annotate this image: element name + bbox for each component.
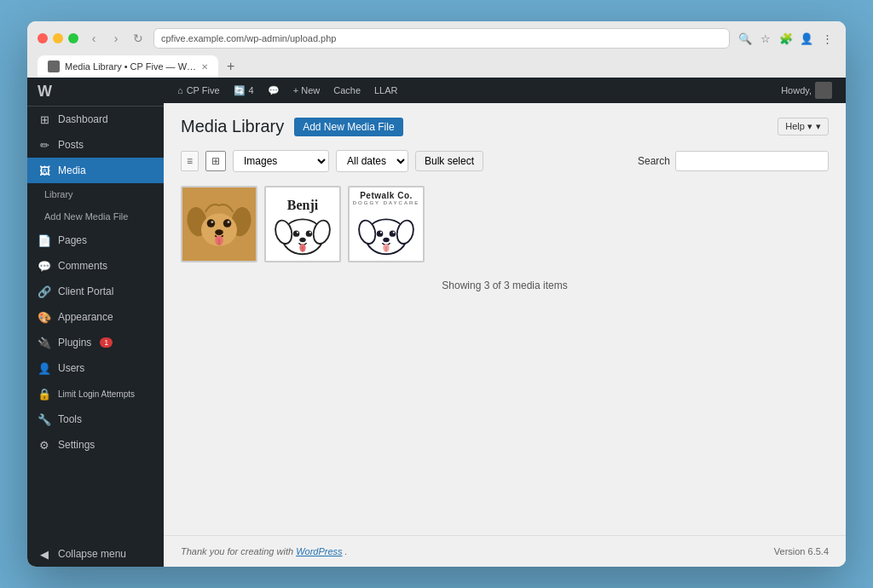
- comments-icon: 💬: [38, 259, 51, 273]
- browser-actions: 🔍 ☆ 🧩 👤 ⋮: [737, 30, 835, 47]
- svg-point-27: [380, 232, 382, 233]
- add-new-button[interactable]: Add New Media File: [294, 118, 402, 136]
- svg-point-28: [393, 232, 395, 233]
- sidebar-item-collapse[interactable]: ◀ Collapse menu: [27, 541, 164, 567]
- svg-point-18: [309, 232, 311, 233]
- settings-icon: ⚙: [38, 438, 51, 452]
- media-item-dog-photo[interactable]: [181, 186, 257, 262]
- search-input[interactable]: [675, 151, 829, 171]
- svg-point-5: [207, 219, 216, 228]
- dog-photo-svg: [182, 186, 256, 262]
- sidebar-item-pages[interactable]: 📄 Pages: [27, 228, 164, 253]
- sidebar-label-posts: Posts: [58, 139, 84, 151]
- tab-title: Media Library • CP Five — W…: [65, 61, 196, 72]
- petwalk-title: Petwalk Co.: [360, 191, 413, 200]
- svg-point-15: [293, 230, 299, 236]
- dashboard-icon: ⊞: [38, 112, 51, 126]
- profile-icon[interactable]: 👤: [798, 30, 815, 47]
- help-dropdown-icon: ▾: [816, 121, 821, 132]
- pages-icon: 📄: [38, 233, 51, 247]
- sidebar-item-limit-login[interactable]: 🔒 Limit Login Attempts: [27, 381, 164, 406]
- help-area: Help ▾ ▾: [778, 118, 829, 135]
- footer-wp-link[interactable]: WordPress: [296, 546, 342, 556]
- site-icon: ⌂: [177, 85, 183, 95]
- help-button[interactable]: Help ▾ ▾: [778, 118, 829, 135]
- filter-type-select[interactable]: Images All media files Audio Video: [233, 150, 329, 172]
- sidebar-item-posts[interactable]: ✏ Posts: [27, 132, 164, 158]
- sidebar-item-comments[interactable]: 💬 Comments: [27, 253, 164, 279]
- bookmark-icon[interactable]: ☆: [757, 30, 774, 47]
- benji-logo-svg: [269, 213, 337, 257]
- sidebar-label-collapse: Collapse menu: [58, 548, 126, 560]
- new-tab-button[interactable]: +: [220, 55, 241, 78]
- address-bar[interactable]: cpfive.example.com/wp-admin/upload.php: [153, 28, 730, 49]
- grid-view-icon: ⊞: [211, 155, 220, 167]
- forward-button[interactable]: ›: [107, 30, 124, 47]
- sidebar-label-library: Library: [44, 189, 73, 199]
- traffic-lights: [38, 33, 78, 43]
- svg-point-19: [299, 238, 305, 243]
- plugins-icon: 🔌: [38, 336, 51, 349]
- sidebar-item-settings[interactable]: ⚙ Settings: [27, 432, 164, 458]
- petwalk-card: Petwalk Co. DOGGY DAYCARE: [350, 187, 423, 261]
- media-toolbar: ≡ ⊞ Images All media files Audio Video: [181, 150, 829, 172]
- admin-bar-updates[interactable]: 🔄 4: [227, 78, 261, 103]
- admin-bar-cache[interactable]: Cache: [327, 78, 367, 103]
- footer-thank-you: Thank you for creating with: [181, 546, 296, 556]
- admin-bar-new[interactable]: + New: [286, 78, 327, 103]
- showing-text: Showing 3 of 3 media items: [442, 280, 567, 291]
- page-header: Media Library Add New Media File Help ▾ …: [181, 117, 829, 136]
- admin-bar-site[interactable]: ⌂ CP Five: [171, 78, 227, 103]
- sidebar-item-add-new-media[interactable]: Add New Media File: [27, 205, 164, 228]
- svg-point-6: [223, 219, 232, 228]
- refresh-button[interactable]: ↻: [130, 30, 147, 47]
- media-icon: 🖼: [38, 164, 51, 177]
- user-avatar: [815, 82, 832, 99]
- sidebar-item-client-portal[interactable]: 🔗 Client Portal: [27, 279, 164, 304]
- limit-login-icon: 🔒: [38, 387, 51, 401]
- search-label: Search: [638, 155, 670, 167]
- media-item-benji[interactable]: Benji: [264, 186, 341, 262]
- close-traffic-light[interactable]: [38, 33, 48, 43]
- browser-controls: ‹ › ↻ cpfive.example.com/wp-admin/upload…: [38, 28, 835, 49]
- grid-view-button[interactable]: ⊞: [205, 151, 226, 171]
- list-view-button[interactable]: ≡: [181, 151, 199, 171]
- sidebar-label-users: Users: [58, 362, 84, 374]
- back-button[interactable]: ‹: [85, 30, 102, 47]
- bulk-select-button[interactable]: Bulk select: [415, 151, 483, 171]
- media-grid: Benji: [181, 186, 829, 262]
- sidebar-item-library[interactable]: Library: [27, 183, 164, 205]
- menu-icon[interactable]: ⋮: [818, 30, 835, 47]
- zoom-icon[interactable]: 🔍: [737, 30, 754, 47]
- sidebar-item-tools[interactable]: 🔧 Tools: [27, 406, 164, 432]
- admin-bar-comments[interactable]: 💬: [261, 78, 286, 103]
- sidebar-item-dashboard[interactable]: ⊞ Dashboard: [27, 107, 164, 132]
- admin-bar-llar[interactable]: LLAR: [367, 78, 405, 103]
- sidebar-item-appearance[interactable]: 🎨 Appearance: [27, 304, 164, 330]
- minimize-traffic-light[interactable]: [53, 33, 63, 43]
- active-tab[interactable]: Media Library • CP Five — W… ✕: [38, 55, 218, 78]
- sidebar-label-tools: Tools: [58, 413, 82, 425]
- browser-nav: ‹ › ↻: [85, 30, 147, 47]
- sidebar-item-users[interactable]: 👤 Users: [27, 355, 164, 381]
- extension-icon[interactable]: 🧩: [778, 30, 795, 47]
- admin-bar-right: Howdy,: [774, 78, 839, 103]
- admin-bar-howdy[interactable]: Howdy,: [774, 78, 839, 103]
- users-icon: 👤: [38, 361, 51, 375]
- sidebar-wp-logo[interactable]: W: [27, 78, 164, 107]
- sidebar-item-plugins[interactable]: 🔌 Plugins 1: [27, 330, 164, 355]
- svg-point-16: [306, 230, 312, 236]
- petwalk-subtitle: DOGGY DAYCARE: [353, 200, 419, 205]
- page-footer: Thank you for creating with WordPress . …: [164, 535, 846, 567]
- maximize-traffic-light[interactable]: [68, 33, 78, 43]
- sidebar-item-media[interactable]: 🖼 Media: [27, 158, 164, 183]
- admin-bar: ⌂ CP Five 🔄 4 💬 + New Cache LLAR: [164, 78, 846, 103]
- filter-date-select[interactable]: All dates: [336, 150, 408, 172]
- help-label: Help ▾: [785, 121, 812, 132]
- media-item-petwalk[interactable]: Petwalk Co. DOGGY DAYCARE: [348, 186, 425, 262]
- posts-icon: ✏: [38, 138, 51, 152]
- appearance-icon: 🎨: [38, 310, 51, 324]
- sidebar-label-settings: Settings: [58, 439, 95, 451]
- tab-close-button[interactable]: ✕: [201, 62, 208, 72]
- client-portal-icon: 🔗: [38, 285, 51, 298]
